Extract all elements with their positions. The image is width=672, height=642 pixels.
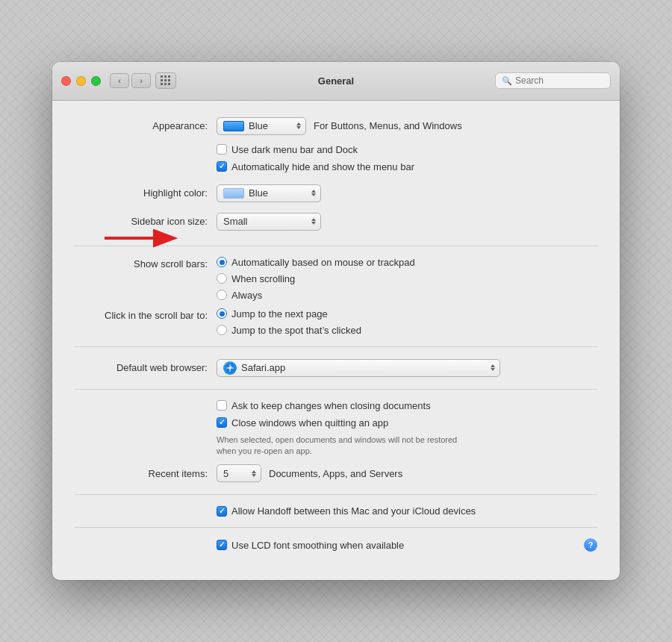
- auto-hide-menu-label: Automatically hide and show the menu bar: [231, 161, 414, 172]
- recent-items-arrows: [247, 470, 256, 477]
- title-bar: ‹ › General 🔍: [52, 62, 620, 101]
- maximize-button[interactable]: [91, 76, 101, 86]
- appearance-suffix: For Buttons, Menus, and Windows: [314, 120, 462, 131]
- handoff-label: Allow Handoff between this Mac and your …: [231, 505, 476, 517]
- arrow-up-icon: [311, 190, 316, 193]
- appearance-label: Appearance:: [75, 120, 217, 131]
- safari-icon: [223, 361, 237, 375]
- arrow-down-icon: [311, 193, 316, 196]
- close-button[interactable]: [61, 76, 71, 86]
- blue-swatch: [223, 121, 244, 131]
- arrow-up-icon: [252, 470, 256, 473]
- scroll-scrolling-label: When scrolling: [231, 273, 295, 284]
- sidebar-arrows: [307, 218, 316, 225]
- dark-menu-bar-checkbox[interactable]: [217, 144, 227, 155]
- lcd-row-inner: Use LCD font smoothing when available ?: [217, 538, 597, 552]
- handoff-checkbox[interactable]: [217, 506, 227, 517]
- click-scroll-bar-label: Click in the scroll bar to:: [75, 308, 217, 321]
- traffic-lights: [61, 76, 101, 86]
- close-windows-checkbox[interactable]: [217, 417, 227, 428]
- close-windows-subtext: When selected, open documents and window…: [217, 434, 500, 458]
- close-windows-row: Close windows when quitting an app: [217, 417, 597, 428]
- nav-buttons: ‹ ›: [110, 73, 151, 88]
- arrow-annotation: [105, 226, 179, 253]
- divider-2: [75, 346, 597, 347]
- arrow-down-icon: [252, 474, 256, 477]
- settings-window: ‹ › General 🔍: [52, 62, 620, 581]
- click-next-page-radio[interactable]: [217, 308, 227, 319]
- recent-items-dropdown[interactable]: 5: [217, 464, 261, 482]
- scroll-scrolling-radio[interactable]: [217, 273, 227, 284]
- window-title: General: [318, 75, 354, 87]
- divider-4: [75, 494, 597, 495]
- scroll-always-radio[interactable]: [217, 290, 227, 300]
- highlight-color-value: Blue: [249, 187, 268, 199]
- highlight-arrows: [307, 190, 316, 196]
- forward-button[interactable]: ›: [131, 73, 151, 88]
- click-scroll-bar-row: Click in the scroll bar to: Jump to the …: [75, 308, 597, 336]
- scroll-auto-row: Automatically based on mouse or trackpad: [217, 257, 415, 268]
- arrow-down-icon: [491, 368, 495, 371]
- scroll-auto-label: Automatically based on mouse or trackpad: [231, 257, 415, 268]
- click-spot-clicked-radio[interactable]: [217, 325, 227, 335]
- click-next-page-row: Jump to the next page: [217, 308, 361, 320]
- show-scroll-bars-row: Show scroll bars: Automatically based on…: [75, 257, 597, 301]
- arrow-down-icon: [311, 222, 316, 225]
- appearance-dropdown[interactable]: Blue: [217, 117, 306, 135]
- dark-menu-bar-label: Use dark menu bar and Dock: [231, 144, 358, 155]
- show-scroll-bars-label: Show scroll bars:: [75, 257, 217, 269]
- handoff-row: Allow Handoff between this Mac and your …: [217, 505, 597, 517]
- lcd-smoothing-row: Use LCD font smoothing when available ?: [217, 538, 597, 552]
- content-area: Appearance: Blue For Buttons, Menus, and…: [52, 101, 620, 581]
- recent-items-label: Recent items:: [75, 468, 217, 479]
- search-input[interactable]: [515, 75, 604, 86]
- scroll-scrolling-row: When scrolling: [217, 273, 415, 284]
- lcd-smoothing-checkbox[interactable]: [217, 540, 227, 550]
- click-spot-clicked-row: Jump to the spot that’s clicked: [217, 325, 361, 336]
- dark-menu-bar-row: Use dark menu bar and Dock: [217, 144, 597, 155]
- auto-hide-menu-row: Automatically hide and show the menu bar: [217, 161, 597, 172]
- click-next-page-label: Jump to the next page: [231, 308, 328, 320]
- scroll-auto-radio[interactable]: [217, 257, 227, 267]
- click-spot-clicked-label: Jump to the spot that’s clicked: [231, 325, 361, 336]
- recent-items-row: Recent items: 5 Documents, Apps, and Ser…: [75, 463, 597, 484]
- grid-icon: [161, 75, 171, 86]
- ask-keep-changes-label: Ask to keep changes when closing documen…: [231, 400, 431, 411]
- arrow-up-icon: [491, 364, 495, 367]
- minimize-button[interactable]: [76, 76, 86, 86]
- arrow-up-icon: [311, 218, 316, 221]
- default-browser-value: Safari.app: [241, 362, 285, 373]
- arrow-down-icon: [296, 126, 301, 129]
- scroll-bars-radio-group: Automatically based on mouse or trackpad…: [217, 257, 415, 301]
- ask-keep-changes-checkbox[interactable]: [217, 400, 227, 411]
- ask-keep-changes-row: Ask to keep changes when closing documen…: [217, 400, 597, 411]
- light-blue-swatch: [223, 188, 244, 199]
- help-button[interactable]: ?: [584, 538, 597, 552]
- dropdown-arrows: [292, 122, 301, 129]
- highlight-color-dropdown[interactable]: Blue: [217, 184, 321, 202]
- grid-button[interactable]: [155, 72, 176, 89]
- lcd-smoothing-label: Use LCD font smoothing when available: [231, 540, 404, 551]
- scroll-always-label: Always: [231, 290, 262, 301]
- highlight-color-row: Highlight color: Blue: [75, 183, 597, 204]
- auto-hide-menu-checkbox[interactable]: [217, 161, 227, 172]
- click-scroll-radio-group: Jump to the next page Jump to the spot t…: [217, 308, 361, 336]
- search-bar[interactable]: 🔍: [495, 72, 611, 89]
- default-browser-label: Default web browser:: [75, 362, 217, 373]
- back-button[interactable]: ‹: [110, 73, 129, 88]
- appearance-value: Blue: [249, 120, 268, 131]
- divider-3: [75, 389, 597, 390]
- default-browser-row: Default web browser: Safari.app: [75, 358, 597, 378]
- sidebar-icon-size-value: Small: [223, 216, 248, 227]
- sidebar-icon-size-dropdown[interactable]: Small: [217, 213, 321, 231]
- close-windows-label: Close windows when quitting an app: [231, 417, 388, 428]
- recent-items-suffix: Documents, Apps, and Servers: [269, 468, 402, 479]
- recent-items-value: 5: [223, 468, 228, 479]
- browser-arrows: [486, 364, 495, 371]
- highlight-color-label: Highlight color:: [75, 187, 217, 199]
- divider-5: [75, 527, 597, 528]
- scroll-always-row: Always: [217, 290, 415, 301]
- arrow-up-icon: [296, 122, 301, 125]
- appearance-row: Appearance: Blue For Buttons, Menus, and…: [75, 116, 597, 137]
- default-browser-dropdown[interactable]: Safari.app: [217, 359, 500, 377]
